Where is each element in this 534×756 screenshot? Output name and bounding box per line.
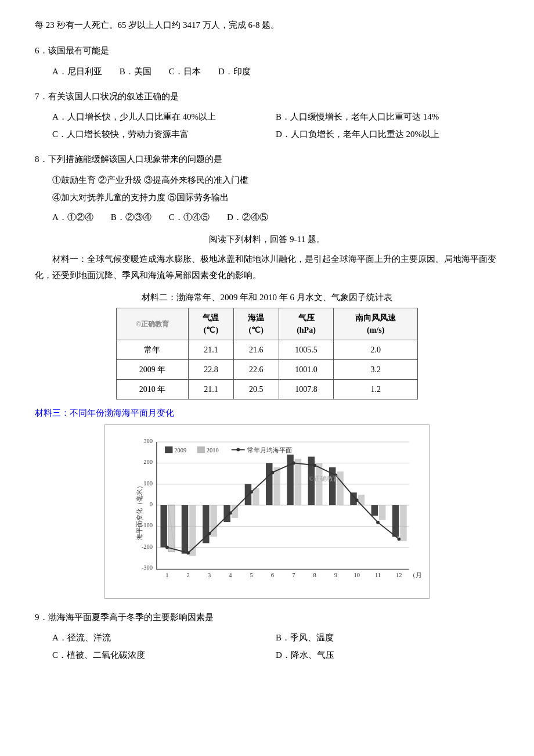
material1-title: 材料一： (35, 254, 87, 264)
q9-opt-c: C．植被、二氧化碳浓度 (52, 646, 276, 664)
legend-2009-box (165, 446, 172, 452)
chart-wrap: 300 200 100 0 -100 -200 -300 海平面变化（毫米） 1… (104, 424, 430, 599)
question-9: 9．渤海海平面夏季高于冬季的主要影响因素是 A．径流、洋流 B．季风、温度 C．… (35, 609, 499, 664)
q8-opt-a: A．①②④ (52, 208, 93, 226)
row-pressure-2010: 1007.8 (279, 379, 334, 399)
svg-text:海平面变化（毫米）: 海平面变化（毫米） (136, 483, 143, 540)
q7-options: A．人口增长快，少儿人口比重在 40%以上 B．人口缓慢增长，老年人口比重可达 … (35, 108, 499, 143)
data-table: ©正确教育 气温(℃) 海温(℃) 气压(hPa) 南向风风速(m/s) 常年 … (116, 308, 418, 399)
q8-opt-c: C．①④⑤ (169, 208, 210, 226)
table-row-2009: 2009 年 22.8 22.6 1001.0 3.2 (117, 359, 418, 379)
row-wind-2010: 1.2 (334, 379, 418, 399)
bar-2009-m12 (392, 505, 399, 537)
th-windspeed: 南向风风速(m/s) (334, 308, 418, 340)
bar-2010-m6 (273, 467, 280, 505)
svg-text:0: 0 (150, 501, 153, 507)
svg-text:12: 12 (396, 572, 402, 578)
q9-opt-b: B．季风、温度 (276, 629, 499, 646)
svg-text:6: 6 (271, 572, 274, 578)
svg-point-40 (355, 498, 359, 502)
q8-title: 8．下列措施能缓解该国人口现象带来的问题的是 (35, 151, 499, 168)
q6-title: 6．该国最有可能是 (35, 42, 499, 59)
th-seatemp: 海温(℃) (233, 308, 279, 340)
row-pressure-normal: 1005.5 (279, 340, 334, 359)
bar-2010-m8 (316, 463, 322, 505)
question-7: 7．有关该国人口状况的叙述正确的是 A．人口增长快，少儿人口比重在 40%以上 … (35, 88, 499, 143)
svg-text:200: 200 (143, 459, 153, 465)
q9-options: A．径流、洋流 B．季风、温度 C．植被、二氧化碳浓度 D．降水、气压 (35, 629, 499, 664)
bar-2009-m1 (160, 505, 167, 548)
q9-opt-a: A．径流、洋流 (52, 629, 276, 646)
svg-point-34 (229, 511, 232, 514)
svg-text:4: 4 (229, 572, 232, 578)
material3-title: 材料三：不同年份渤海海平面月变化 (35, 408, 499, 419)
table-row-normal: 常年 21.1 21.6 1005.5 2.0 (117, 340, 418, 359)
table-wrap: ©正确教育 气温(℃) 海温(℃) 气压(hPa) 南向风风速(m/s) 常年 … (116, 308, 418, 399)
q7-opt-d: D．人口负增长，老年人口比重达 20%以上 (276, 125, 499, 143)
svg-point-32 (186, 551, 190, 555)
q6-opt-b: B．美国 (120, 63, 151, 80)
svg-text:10: 10 (353, 572, 360, 578)
chart-watermark: ©正确教育 (309, 475, 340, 482)
q7-title: 7．有关该国人口状况的叙述正确的是 (35, 88, 499, 105)
bar-2009-m3 (203, 505, 209, 543)
material-1: 材料一：全球气候变暖造成海水膨胀、极地冰盖和陆地冰川融化，是引起全球海平面上升的… (35, 251, 499, 284)
svg-text:-100: -100 (142, 522, 153, 528)
th-pressure: 气压(hPa) (279, 308, 334, 340)
svg-text:3: 3 (208, 572, 211, 578)
q8-sub2: ④加大对抚养儿童的支持力度 ⑤国际劳务输出 (52, 189, 499, 206)
legend-avg-label: 常年月均海平面 (247, 447, 292, 453)
row-airtemp-2010: 21.1 (188, 379, 233, 399)
row-airtemp-2009: 22.8 (188, 359, 233, 379)
row-label-2009: 2009 年 (117, 359, 189, 379)
bar-2010-m10 (358, 494, 365, 505)
row-seatemp-2010: 20.5 (233, 379, 279, 399)
bar-2010-m5 (252, 488, 259, 505)
material1-text: 全球气候变暖造成海水膨胀、极地冰盖和陆地冰川融化，是引起全球海平面上升的主要原因… (35, 254, 496, 280)
svg-text:300: 300 (143, 438, 153, 444)
q7-opt-a: A．人口增长快，少儿人口比重在 40%以上 (52, 108, 276, 125)
svg-point-41 (376, 520, 380, 524)
svg-point-31 (165, 545, 169, 549)
row-wind-normal: 2.0 (334, 340, 418, 359)
legend-2009-label: 2009 (174, 447, 186, 453)
q8-opt-b: B．②③④ (111, 208, 151, 226)
svg-point-35 (250, 490, 253, 494)
q9-opt-d: D．降水、气压 (276, 646, 499, 664)
svg-text:（月）: （月） (409, 572, 423, 578)
svg-text:11: 11 (375, 572, 381, 578)
question-8: 8．下列措施能缓解该国人口现象带来的问题的是 ①鼓励生育 ②产业升级 ③提高外来… (35, 151, 499, 226)
svg-text:9: 9 (334, 572, 337, 578)
row-label-2010: 2010 年 (117, 379, 189, 399)
row-seatemp-normal: 21.6 (233, 340, 279, 359)
q6-options: A．尼日利亚 B．美国 C．日本 D．印度 (35, 63, 499, 80)
svg-text:100: 100 (143, 480, 153, 486)
bar-2010-m7 (295, 459, 301, 505)
legend-2010-label: 2010 (207, 447, 219, 453)
table-row-2010: 2010 年 21.1 20.5 1007.8 1.2 (117, 379, 418, 399)
chart-svg: 300 200 100 0 -100 -200 -300 海平面变化（毫米） 1… (134, 431, 423, 581)
q8-options: A．①②④ B．②③④ C．①④⑤ D．②④⑤ (35, 208, 499, 226)
avg-sea-level-line (167, 463, 399, 553)
row-pressure-2009: 1001.0 (279, 359, 334, 379)
bar-2009-m11 (371, 505, 378, 516)
row-seatemp-2009: 22.6 (233, 359, 279, 379)
q8-opt-d: D．②④⑤ (227, 208, 268, 226)
bar-2010-m11 (379, 505, 385, 520)
q8-sub1: ①鼓励生育 ②产业升级 ③提高外来移民的准入门槛 (52, 171, 499, 189)
svg-text:-300: -300 (142, 564, 153, 570)
q6-opt-d: D．印度 (218, 63, 251, 80)
bar-2010-m12 (400, 505, 406, 541)
svg-point-33 (208, 531, 211, 535)
q9-title: 9．渤海海平面夏季高于冬季的主要影响因素是 (35, 609, 499, 626)
svg-text:7: 7 (292, 572, 295, 578)
intro-text: 每 23 秒有一人死亡。65 岁以上人口约 3417 万人，完成 6-8 题。 (35, 17, 499, 33)
th-airtemp: 气温(℃) (188, 308, 233, 340)
bar-2010-m1-fill (168, 505, 175, 552)
svg-point-37 (292, 461, 295, 465)
svg-text:1: 1 (165, 572, 168, 578)
bar-2009-m2 (182, 505, 188, 554)
svg-point-42 (397, 537, 400, 541)
q6-opt-c: C．日本 (169, 63, 201, 80)
svg-point-38 (313, 463, 316, 467)
